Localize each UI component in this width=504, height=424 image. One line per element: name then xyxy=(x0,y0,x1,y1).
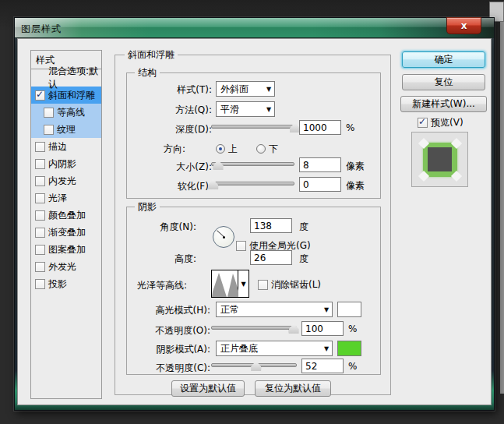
dialog-titlebar[interactable]: 图层样式 x xyxy=(15,18,494,38)
direction-radio-group: 上 下 xyxy=(216,141,325,157)
texture-checkbox[interactable] xyxy=(44,125,54,135)
list-item-bevel-emboss[interactable]: 斜面和浮雕 xyxy=(31,87,101,104)
preview-checkbox[interactable] xyxy=(418,118,428,128)
stroke-checkbox[interactable] xyxy=(35,142,45,152)
style-select[interactable]: 外斜面 ▼ xyxy=(216,81,275,97)
size-input[interactable] xyxy=(299,157,341,172)
depth-input[interactable] xyxy=(299,120,341,135)
chevron-down-icon[interactable]: ▼ xyxy=(238,270,248,297)
structure-group: 结构 样式(T): 外斜面 ▼ 方法(Q): 平滑 ▼ 深度(D): % xyxy=(126,72,381,199)
reset-default-button[interactable]: 复位为默认值 xyxy=(255,380,331,397)
list-item-color-overlay[interactable]: 颜色叠加 xyxy=(31,207,101,224)
highlight-color-swatch[interactable] xyxy=(337,302,361,317)
preview-toggle[interactable]: 预览(V) xyxy=(418,116,463,129)
anti-alias-row: 消除锯齿(L) xyxy=(258,277,321,292)
soften-input[interactable] xyxy=(299,177,341,192)
altitude-unit: 度 xyxy=(299,253,308,266)
depth-slider[interactable] xyxy=(211,122,294,132)
color-overlay-checkbox[interactable] xyxy=(35,210,45,221)
ok-button[interactable]: 确定 xyxy=(402,51,485,68)
depth-label: 深度(D): xyxy=(175,123,212,136)
background-window-strip xyxy=(500,6,504,394)
size-slider[interactable] xyxy=(211,159,294,170)
shadow-mode-value: 正片叠底 xyxy=(217,342,321,355)
gradient-overlay-checkbox[interactable] xyxy=(35,228,45,238)
highlight-opacity-input[interactable] xyxy=(301,321,344,336)
use-global-light-checkbox[interactable] xyxy=(236,241,246,251)
gloss-contour-label: 光泽等高线: xyxy=(137,279,187,292)
highlight-opacity-slider[interactable] xyxy=(211,323,297,334)
shadow-mode-select[interactable]: 正片叠底 ▼ xyxy=(216,341,333,356)
shading-group: 阴影 角度(N): 度 使用全局光(G) 高度: 度 光泽等高线: xyxy=(126,207,381,375)
angle-input[interactable] xyxy=(250,218,292,233)
chevron-down-icon: ▼ xyxy=(263,86,274,93)
list-item-label: 渐变叠加 xyxy=(48,226,86,239)
direction-down-radio[interactable] xyxy=(256,144,266,154)
direction-up-radio[interactable] xyxy=(216,144,225,154)
highlight-mode-label: 高光模式(H): xyxy=(156,304,210,317)
outer-glow-checkbox[interactable] xyxy=(35,262,45,272)
altitude-input[interactable] xyxy=(250,250,292,265)
anti-alias-checkbox[interactable] xyxy=(258,280,268,290)
set-default-button[interactable]: 设置为默认值 xyxy=(171,380,245,397)
list-item-texture[interactable]: 纹理 xyxy=(31,121,101,138)
technique-label: 方法(Q): xyxy=(175,104,212,117)
list-item-label: 纹理 xyxy=(57,123,76,136)
satin-checkbox[interactable] xyxy=(35,193,45,203)
direction-label: 方向: xyxy=(164,143,185,156)
dialog-title: 图层样式 xyxy=(21,23,62,36)
gloss-contour-picker[interactable]: ▼ xyxy=(211,270,249,298)
shadow-opacity-thumb[interactable] xyxy=(251,361,261,371)
list-item-drop-shadow[interactable]: 投影 xyxy=(31,275,101,292)
size-label: 大小(Z): xyxy=(176,161,212,174)
list-item-stroke[interactable]: 描边 xyxy=(31,138,101,155)
bevel-emboss-checkbox[interactable] xyxy=(35,90,45,101)
list-item-satin[interactable]: 光泽 xyxy=(31,189,101,207)
list-item-label: 外发光 xyxy=(48,260,76,274)
new-style-button[interactable]: 新建样式(W)... xyxy=(400,96,487,112)
drop-shadow-checkbox[interactable] xyxy=(35,279,45,289)
angle-label: 角度(N): xyxy=(160,221,196,234)
list-item-label: 颜色叠加 xyxy=(48,209,86,222)
highlight-mode-select[interactable]: 正常 ▼ xyxy=(216,302,333,317)
soften-unit: 像素 xyxy=(346,179,365,193)
technique-select[interactable]: 平滑 ▼ xyxy=(216,101,275,117)
soften-label: 软化(F): xyxy=(178,180,212,193)
highlight-mode-value: 正常 xyxy=(217,303,321,316)
shadow-opacity-label: 不透明度(C): xyxy=(156,362,210,375)
highlight-opacity-unit: % xyxy=(348,323,357,334)
list-item-inner-shadow[interactable]: 内阴影 xyxy=(31,155,101,172)
highlight-opacity-thumb[interactable] xyxy=(289,323,299,334)
contour-checkbox[interactable] xyxy=(44,108,54,118)
style-preview-thumbnail xyxy=(411,132,468,187)
anti-alias-label: 消除锯齿(L) xyxy=(271,278,321,292)
angle-dial[interactable] xyxy=(213,226,234,248)
layer-style-dialog: 图层样式 x 样式 混合选项:默认 斜面和浮雕 等高线 纹理 xyxy=(14,17,495,411)
reset-button[interactable]: 复位 xyxy=(402,74,485,90)
shadow-opacity-input[interactable] xyxy=(301,359,344,373)
direction-down-label: 下 xyxy=(269,143,278,156)
inner-glow-checkbox[interactable] xyxy=(35,176,45,186)
chevron-down-icon: ▼ xyxy=(263,106,274,113)
angle-unit: 度 xyxy=(299,221,308,234)
altitude-label: 高度: xyxy=(174,253,196,266)
pattern-overlay-checkbox[interactable] xyxy=(35,245,45,255)
size-slider-thumb[interactable] xyxy=(213,160,224,170)
list-item-blending-options[interactable]: 混合选项:默认 xyxy=(31,69,101,87)
technique-value: 平滑 xyxy=(217,103,263,116)
list-item-inner-glow[interactable]: 内发光 xyxy=(31,172,101,189)
contour-thumbnail xyxy=(212,270,238,297)
close-button[interactable]: x xyxy=(446,17,481,34)
list-item-pattern-overlay[interactable]: 图案叠加 xyxy=(31,241,101,258)
soften-slider[interactable] xyxy=(211,178,294,189)
list-item-contour[interactable]: 等高线 xyxy=(31,104,101,121)
preview-bevel-square xyxy=(423,143,457,177)
list-item-gradient-overlay[interactable]: 渐变叠加 xyxy=(31,224,101,241)
shadow-opacity-slider[interactable] xyxy=(211,360,297,371)
list-item-outer-glow[interactable]: 外发光 xyxy=(31,258,101,275)
shadow-color-swatch[interactable] xyxy=(337,341,361,356)
style-label: 样式(T): xyxy=(177,83,212,97)
style-value: 外斜面 xyxy=(217,83,263,96)
inner-shadow-checkbox[interactable] xyxy=(35,159,45,169)
styles-list: 样式 混合选项:默认 斜面和浮雕 等高线 纹理 描边 xyxy=(30,50,102,399)
